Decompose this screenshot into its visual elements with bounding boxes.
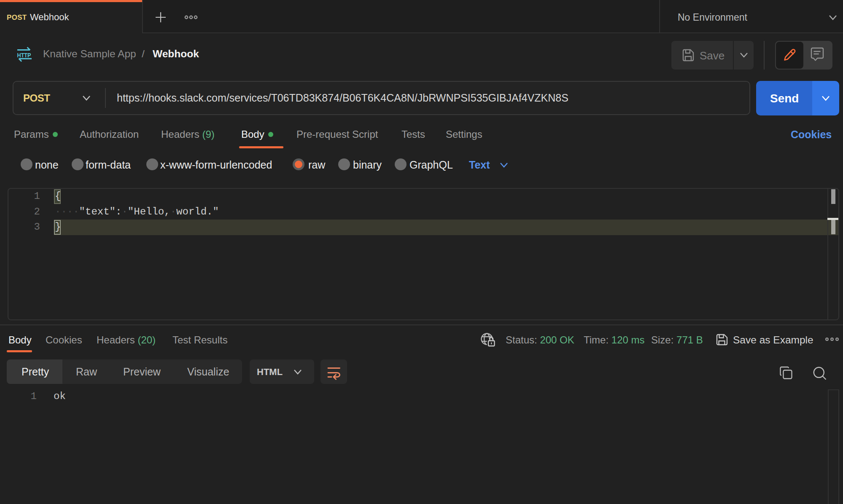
svg-text:HTTP: HTTP <box>17 51 31 59</box>
